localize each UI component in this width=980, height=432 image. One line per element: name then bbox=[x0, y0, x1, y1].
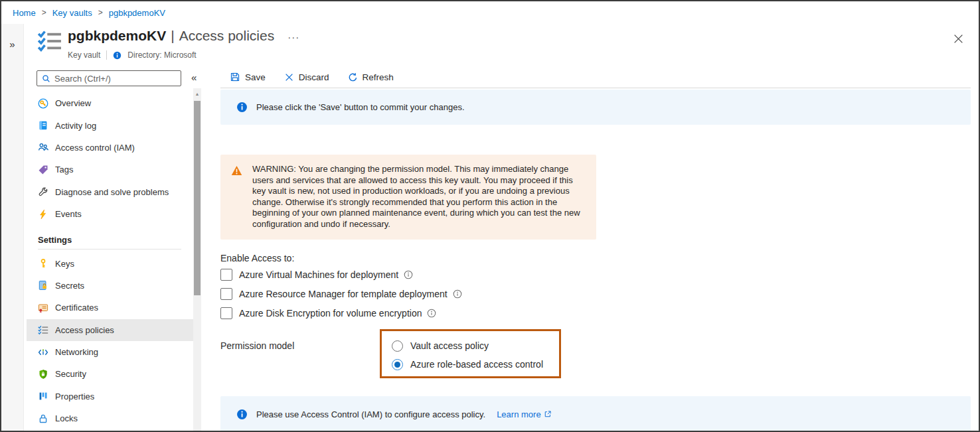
sidebar-item-activity-log[interactable]: Activity log bbox=[27, 114, 195, 136]
sidebar-item-access-policies[interactable]: Access policies bbox=[27, 319, 195, 341]
sidebar-item-properties[interactable]: Properties bbox=[27, 386, 195, 407]
refresh-button[interactable]: Refresh bbox=[348, 72, 394, 82]
permission-model-label: Permission model bbox=[220, 340, 294, 351]
search-input[interactable] bbox=[54, 74, 167, 84]
collapse-menu-button[interactable]: « bbox=[191, 72, 197, 83]
warning-text: WARNING: You are changing the permission… bbox=[252, 164, 586, 230]
checkbox-label: Azure Virtual Machines for deployment bbox=[239, 269, 398, 280]
iam-info-banner: Please use Access Control (IAM) to confi… bbox=[220, 396, 971, 432]
blade-header: pgbkpdemoKV | Access policies ··· Key va… bbox=[24, 24, 979, 66]
sidebar-item-label: Events bbox=[55, 209, 82, 219]
breadcrumb-home[interactable]: Home bbox=[13, 8, 36, 18]
sidebar-item-label: Access policies bbox=[55, 325, 114, 335]
tag-icon bbox=[38, 165, 48, 175]
radio-button[interactable] bbox=[392, 340, 403, 352]
menu-search-box bbox=[37, 70, 181, 86]
resource-menu: « Overview bbox=[24, 66, 207, 431]
refresh-label: Refresh bbox=[363, 72, 394, 82]
external-link-icon bbox=[544, 410, 552, 418]
checkbox-row-vm-deployment: Azure Virtual Machines for deployment bbox=[220, 268, 413, 281]
activity-log-icon bbox=[38, 120, 48, 131]
command-bar: Save Discard Refresh bbox=[220, 66, 971, 88]
sidebar-item-networking[interactable]: Networking bbox=[27, 341, 195, 363]
iam-info-text: Please use Access Control (IAM) to confi… bbox=[256, 409, 485, 419]
permission-model-annotation-box: Vault access policy Azure role-based acc… bbox=[380, 329, 561, 378]
radio-label: Azure role-based access control bbox=[410, 359, 543, 370]
lock-icon bbox=[38, 413, 48, 424]
refresh-icon bbox=[348, 72, 358, 82]
sidebar-item-label: Properties bbox=[55, 392, 94, 401]
sidebar-item-label: Overview bbox=[55, 98, 91, 108]
sidebar-item-locks[interactable]: Locks bbox=[27, 407, 195, 429]
sidebar-item-diagnose[interactable]: Diagnose and solve problems bbox=[27, 181, 195, 203]
breadcrumb-separator: > bbox=[42, 8, 46, 17]
sidebar-item-label: Networking bbox=[55, 347, 98, 357]
checkbox-row-disk-encryption: Azure Disk Encryption for volume encrypt… bbox=[220, 307, 436, 320]
discard-label: Discard bbox=[299, 72, 329, 82]
portal-left-rail: » bbox=[1, 24, 24, 431]
breadcrumb: Home > Key vaults > pgbkpdemoKV bbox=[1, 1, 979, 24]
directory-info-icon bbox=[113, 51, 122, 60]
save-info-text: Please click the 'Save' button to commit… bbox=[256, 102, 465, 112]
info-tooltip-icon[interactable] bbox=[453, 289, 462, 299]
menu-items: Overview Activity log bbox=[27, 92, 195, 429]
vm-deployment-checkbox[interactable] bbox=[220, 269, 232, 281]
checkbox-label: Azure Disk Encryption for volume encrypt… bbox=[239, 308, 422, 319]
scrollbar-up-arrow[interactable]: ▲ bbox=[193, 88, 201, 98]
checkbox-label: Azure Resource Manager for template depl… bbox=[239, 289, 448, 299]
sidebar-item-secrets[interactable]: Secrets bbox=[27, 275, 195, 297]
save-button[interactable]: Save bbox=[230, 72, 266, 82]
checkbox-row-template-deployment: Azure Resource Manager for template depl… bbox=[220, 287, 462, 301]
shield-icon bbox=[38, 369, 48, 380]
sidebar-item-security[interactable]: Security bbox=[27, 363, 195, 385]
learn-more-link[interactable]: Learn more bbox=[497, 409, 551, 419]
key-icon bbox=[38, 258, 48, 269]
disk-encryption-checkbox[interactable] bbox=[220, 307, 232, 319]
sidebar-scrollbar[interactable]: ▲ bbox=[193, 88, 201, 431]
search-icon bbox=[42, 74, 50, 83]
sidebar-item-overview[interactable]: Overview bbox=[27, 92, 195, 114]
info-icon bbox=[236, 102, 248, 113]
sidebar-item-certificates[interactable]: Certificates bbox=[27, 297, 195, 319]
resource-type-label: Key vault bbox=[68, 50, 100, 60]
access-policies-content: Save Discard Refresh bbox=[220, 66, 971, 431]
certificate-icon bbox=[38, 303, 48, 313]
radio-button[interactable] bbox=[392, 359, 403, 370]
directory-label: Directory: Microsoft bbox=[127, 50, 196, 60]
page-title: pgbkpdemoKV | Access policies ··· bbox=[68, 28, 299, 44]
settings-section-header: Settings bbox=[27, 225, 195, 248]
checklist-icon bbox=[38, 324, 48, 335]
save-icon bbox=[230, 72, 240, 82]
discard-button[interactable]: Discard bbox=[284, 72, 329, 82]
secret-icon bbox=[38, 280, 48, 291]
save-label: Save bbox=[245, 72, 266, 82]
sidebar-item-access-control-iam[interactable]: Access control (IAM) bbox=[27, 137, 195, 159]
more-options-button[interactable]: ··· bbox=[287, 31, 299, 42]
radio-vault-access-policy[interactable]: Vault access policy bbox=[392, 336, 559, 355]
azure-portal-window: Home > Key vaults > pgbkpdemoKV » pgbkpd… bbox=[0, 0, 980, 432]
info-tooltip-icon[interactable] bbox=[404, 270, 413, 279]
enable-access-label: Enable Access to: bbox=[220, 253, 294, 263]
info-icon bbox=[236, 409, 248, 420]
close-icon[interactable] bbox=[953, 33, 964, 46]
settings-divider bbox=[38, 249, 181, 250]
sidebar-item-label: Tags bbox=[55, 165, 73, 175]
sidebar-item-label: Locks bbox=[55, 413, 78, 423]
sidebar-item-keys[interactable]: Keys bbox=[27, 252, 195, 274]
breadcrumb-current[interactable]: pgbkpdemoKV bbox=[109, 8, 165, 18]
scrollbar-thumb[interactable] bbox=[194, 101, 201, 295]
blade-name: Access policies bbox=[179, 28, 275, 44]
sidebar-item-tags[interactable]: Tags bbox=[27, 159, 195, 180]
overview-icon bbox=[38, 98, 48, 109]
networking-icon bbox=[38, 347, 48, 358]
expand-rail-button[interactable]: » bbox=[9, 38, 15, 50]
sidebar-item-label: Keys bbox=[55, 259, 74, 269]
permission-warning-banner: WARNING: You are changing the permission… bbox=[220, 155, 596, 240]
radio-label: Vault access policy bbox=[410, 340, 489, 351]
breadcrumb-key-vaults[interactable]: Key vaults bbox=[52, 8, 92, 18]
info-tooltip-icon[interactable] bbox=[427, 309, 436, 318]
radio-azure-rbac[interactable]: Azure role-based access control bbox=[392, 355, 559, 374]
title-separator: | bbox=[171, 28, 174, 44]
template-deployment-checkbox[interactable] bbox=[220, 288, 232, 300]
sidebar-item-events[interactable]: Events bbox=[27, 203, 195, 225]
